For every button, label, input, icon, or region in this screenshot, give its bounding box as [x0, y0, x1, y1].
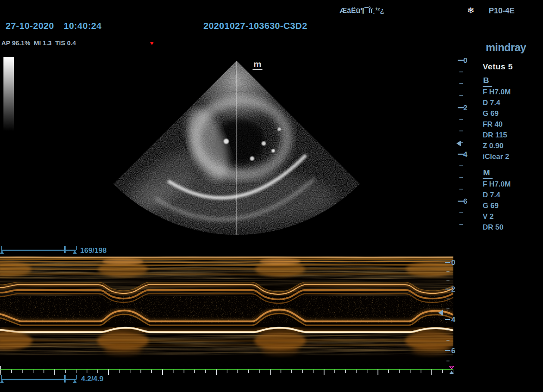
b-depth-label-0: 0 [463, 56, 472, 65]
m-focus-marker [438, 310, 443, 316]
m-depth-ruler [445, 256, 452, 367]
date-label: 27-10-2020 [6, 21, 54, 31]
m-depth-label-4: 4 [451, 316, 460, 324]
m-depth-label-0: 0 [451, 258, 460, 267]
grayscale-bar [3, 57, 14, 131]
b-depth-label-6: 6 [463, 197, 472, 206]
m-mode-image [0, 256, 453, 366]
acoustic-output-row: AP 96.1%MI 1.3TIS 0.4 [1, 39, 79, 47]
b-depth-label-2: 2 [463, 104, 472, 112]
orientation-marker: m [253, 59, 262, 70]
cine-frame-counter: 169/198 [80, 246, 106, 255]
datetime: 27-10-2020 10:40:24 [6, 21, 102, 31]
b-params-title: B [483, 76, 492, 87]
b-param-framerate: FR 40 [483, 120, 502, 129]
m-param-speed: V 2 [483, 212, 494, 221]
heart-icon: ♥ [150, 40, 153, 47]
tis-value: TIS 0.4 [55, 39, 76, 47]
m-param-frequency: F H7.0M [483, 180, 511, 189]
m-param-gain: G 69 [483, 202, 499, 210]
b-depth-label-4: 4 [463, 150, 472, 159]
mindray-logo: mindray [486, 41, 526, 54]
sweep-bar[interactable] [0, 374, 80, 384]
exam-type: ÆäËü¶¯Îï¸¹²¿ [340, 6, 384, 15]
b-param-gain: G 69 [483, 109, 499, 118]
sweep-time-counter: 4.2/4.9 [81, 375, 103, 383]
acoustic-power: AP 96.1% [1, 39, 30, 47]
freeze-snowflake-icon[interactable]: ❄ [467, 5, 474, 16]
b-param-iclear: iClear 2 [483, 152, 509, 161]
probe-label: P10-4E [489, 6, 515, 16]
b-param-dynamic-range: DR 115 [483, 131, 507, 140]
b-focus-marker [456, 140, 461, 146]
ultrasound-screen: 27-10-2020 10:40:24 20201027-103630-C3D2… [0, 0, 543, 392]
b-param-frequency: F H7.0M [483, 88, 511, 96]
system-name: Vetus 5 [483, 62, 513, 72]
m-params-title: M [483, 168, 493, 179]
b-param-depth: D 7.4 [483, 99, 500, 107]
m-param-dynamic-range: DR 50 [483, 223, 503, 232]
lumen-speckle [0, 296, 453, 323]
m-depth-label-2: 2 [451, 285, 460, 294]
timeline-cursor-marker[interactable] [449, 366, 454, 369]
time-label: 10:40:24 [64, 21, 102, 31]
cine-position-cursor[interactable] [64, 246, 66, 253]
m-param-depth: D 7.4 [483, 191, 500, 199]
sweep-position-cursor[interactable] [64, 375, 66, 383]
exam-id: 20201027-103630-C3D2 [203, 21, 307, 31]
b-mode-image [103, 56, 371, 241]
mi-value: MI 1.3 [34, 39, 52, 47]
m-depth-label-6: 6 [451, 347, 460, 355]
cine-bar[interactable] [0, 245, 80, 255]
b-param-zoom: Z 0.90 [483, 142, 503, 150]
